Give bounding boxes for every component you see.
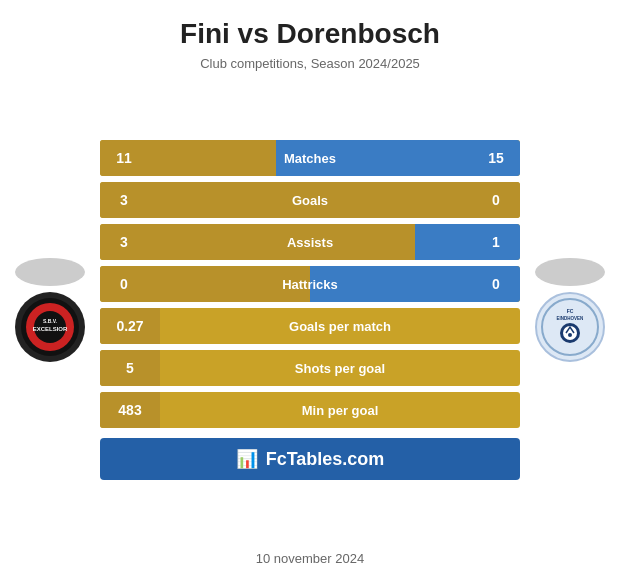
goals-right-val: 0	[472, 192, 520, 208]
right-team-logo-area: FC EINDHOVEN	[530, 258, 610, 362]
eindhoven-logo: FC EINDHOVEN	[535, 292, 605, 362]
main-area: S.B.V. EXCELSIOR 11 Matches 15 3 Goals 0	[0, 79, 620, 541]
assists-label: Assists	[287, 235, 333, 250]
svg-text:FC: FC	[567, 308, 574, 314]
stat-row-shots-per-goal: 5 Shots per goal	[100, 350, 520, 386]
stat-row-goals: 3 Goals 0	[100, 182, 520, 218]
excelsior-logo: S.B.V. EXCELSIOR	[15, 292, 85, 362]
assists-right-val: 1	[472, 234, 520, 250]
stat-row-min-per-goal: 483 Min per goal	[100, 392, 520, 428]
hattricks-label: Hattricks	[282, 277, 338, 292]
svg-point-10	[568, 333, 572, 337]
left-team-logo-area: S.B.V. EXCELSIOR	[10, 258, 90, 362]
stats-container: 11 Matches 15 3 Goals 0 3 Assists 1	[100, 140, 520, 480]
min-per-goal-val: 483	[100, 392, 160, 428]
assists-left-val: 3	[100, 234, 148, 250]
matches-left-val: 11	[100, 150, 148, 166]
goals-per-match-val: 0.27	[100, 308, 160, 344]
fctables-brand: FcTables.com	[266, 449, 385, 470]
goals-per-match-label: Goals per match	[160, 319, 520, 334]
matches-right-val: 15	[472, 150, 520, 166]
stat-row-matches: 11 Matches 15	[100, 140, 520, 176]
left-team-oval	[15, 258, 85, 286]
fctables-banner[interactable]: 📊 FcTables.com	[100, 438, 520, 480]
stat-row-goals-per-match: 0.27 Goals per match	[100, 308, 520, 344]
stat-row-assists: 3 Assists 1	[100, 224, 520, 260]
shots-per-goal-label: Shots per goal	[160, 361, 520, 376]
shots-per-goal-val: 5	[100, 350, 160, 386]
svg-text:EINDHOVEN: EINDHOVEN	[557, 316, 584, 321]
goals-label: Goals	[292, 193, 328, 208]
match-title: Fini vs Dorenbosch	[20, 18, 600, 50]
matches-label: Matches	[284, 151, 336, 166]
header: Fini vs Dorenbosch Club competitions, Se…	[0, 0, 620, 79]
stat-row-hattricks: 0 Hattricks 0	[100, 266, 520, 302]
svg-text:EXCELSIOR: EXCELSIOR	[33, 326, 68, 332]
svg-text:S.B.V.: S.B.V.	[43, 318, 58, 324]
goals-left-val: 3	[100, 192, 148, 208]
min-per-goal-label: Min per goal	[160, 403, 520, 418]
subtitle: Club competitions, Season 2024/2025	[20, 56, 600, 71]
hattricks-left-val: 0	[100, 276, 148, 292]
footer-date: 10 november 2024	[256, 551, 364, 580]
fctables-icon: 📊	[236, 448, 258, 470]
right-team-oval	[535, 258, 605, 286]
hattricks-right-val: 0	[472, 276, 520, 292]
